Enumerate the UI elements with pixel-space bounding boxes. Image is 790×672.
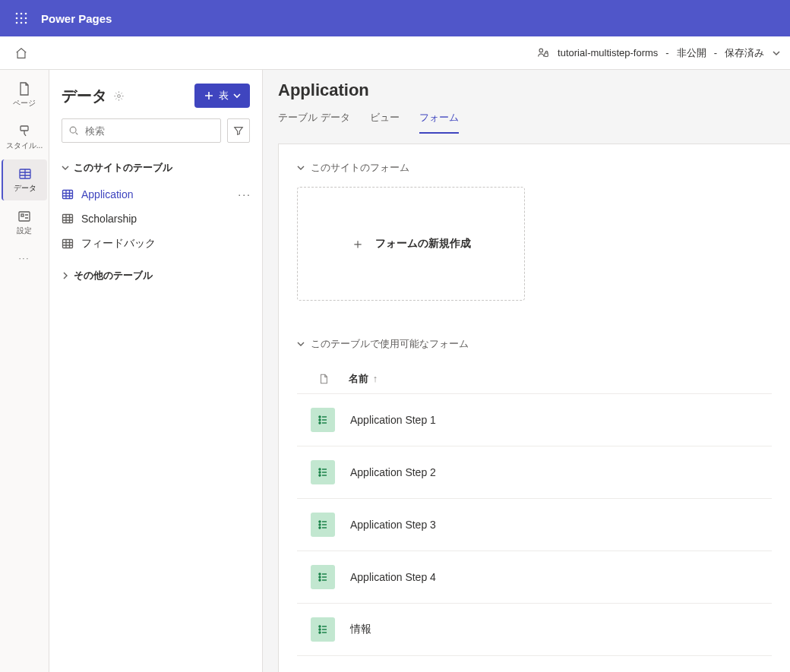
filter-icon bbox=[233, 125, 244, 136]
site-visibility: 非公開 bbox=[677, 46, 706, 60]
form-row[interactable]: Application Step 2 bbox=[297, 446, 772, 499]
svg-point-23 bbox=[319, 469, 321, 470]
svg-point-25 bbox=[319, 475, 321, 476]
filter-button[interactable] bbox=[227, 118, 250, 143]
form-name: 情報 bbox=[350, 623, 371, 636]
form-name: Application Step 2 bbox=[350, 466, 436, 478]
table-label: フィードバック bbox=[81, 237, 156, 251]
form-name: Application Step 4 bbox=[350, 571, 436, 583]
search-input[interactable] bbox=[84, 125, 214, 137]
brand-label: Power Pages bbox=[41, 12, 112, 25]
chevron-down-icon bbox=[62, 164, 69, 172]
table-icon bbox=[62, 238, 74, 250]
page-title: Application bbox=[278, 80, 775, 100]
form-icon bbox=[311, 565, 335, 589]
waffle-icon bbox=[15, 12, 27, 24]
column-name-header[interactable]: 名前 ↑ bbox=[349, 372, 378, 386]
table-label: Scholarship bbox=[81, 213, 137, 225]
table-icon bbox=[62, 213, 74, 225]
svg-rect-10 bbox=[545, 53, 548, 57]
site-tables-header[interactable]: このサイトのテーブル bbox=[49, 153, 262, 182]
svg-rect-13 bbox=[19, 212, 30, 221]
svg-rect-18 bbox=[63, 215, 73, 223]
site-name: tutorial-multistep-forms bbox=[558, 47, 658, 58]
section-site-forms-header[interactable]: このサイトのフォーム bbox=[297, 161, 772, 175]
tab-forms[interactable]: フォーム bbox=[419, 106, 459, 134]
nav-rail: ページ スタイル... データ 設定 ··· bbox=[0, 70, 49, 672]
svg-point-28 bbox=[319, 527, 321, 528]
form-row[interactable]: 情報 bbox=[297, 604, 772, 656]
svg-point-29 bbox=[319, 573, 321, 575]
side-panel: データ 表 このサイトのテーブル Appl bbox=[49, 70, 263, 672]
chevron-right-icon bbox=[62, 272, 69, 279]
document-icon bbox=[318, 374, 329, 384]
svg-point-27 bbox=[319, 524, 321, 525]
rail-settings[interactable]: 設定 bbox=[2, 202, 47, 243]
panel-title: データ bbox=[62, 86, 107, 106]
plus-icon: ＋ bbox=[351, 235, 365, 253]
table-label: Application bbox=[81, 188, 134, 200]
gear-icon[interactable] bbox=[113, 90, 125, 102]
settings-icon bbox=[17, 209, 32, 224]
rail-more[interactable]: ··· bbox=[2, 245, 47, 272]
tab-views[interactable]: ビュー bbox=[370, 106, 400, 134]
app-launcher-button[interactable] bbox=[6, 0, 36, 36]
search-icon bbox=[68, 125, 79, 136]
rail-pages[interactable]: ページ bbox=[2, 74, 47, 115]
brush-icon bbox=[17, 124, 32, 139]
table-item-application[interactable]: Application ··· bbox=[49, 182, 262, 207]
chevron-down-icon bbox=[297, 340, 305, 348]
create-form-card[interactable]: ＋ フォームの新規作成 bbox=[297, 187, 525, 301]
main-area: Application テーブル データ ビュー フォーム このサイトのフォーム… bbox=[263, 70, 790, 672]
svg-point-26 bbox=[319, 521, 321, 522]
svg-point-1 bbox=[21, 13, 23, 15]
table-icon bbox=[62, 188, 74, 200]
svg-point-8 bbox=[25, 22, 27, 24]
svg-point-4 bbox=[21, 17, 23, 20]
svg-point-6 bbox=[16, 22, 18, 24]
tabs: テーブル データ ビュー フォーム bbox=[263, 100, 790, 134]
home-button[interactable] bbox=[9, 46, 33, 60]
svg-point-15 bbox=[118, 94, 121, 97]
svg-point-22 bbox=[319, 422, 321, 424]
save-state: 保存済み bbox=[725, 46, 764, 60]
svg-point-24 bbox=[319, 472, 321, 473]
svg-point-33 bbox=[319, 629, 321, 630]
table-item-scholarship[interactable]: Scholarship bbox=[49, 207, 262, 231]
form-icon bbox=[311, 617, 335, 642]
form-row[interactable]: Application Step 1 bbox=[297, 394, 772, 446]
form-icon bbox=[311, 513, 335, 537]
svg-point-9 bbox=[539, 49, 543, 52]
svg-rect-17 bbox=[63, 191, 73, 199]
site-status-area[interactable]: tutorial-multistep-forms - 非公開 - 保存済み bbox=[536, 46, 781, 60]
svg-point-7 bbox=[21, 22, 23, 24]
form-name: Application Step 1 bbox=[350, 414, 436, 426]
other-tables-header[interactable]: その他のテーブル bbox=[49, 257, 262, 290]
rail-style[interactable]: スタイル... bbox=[2, 117, 47, 158]
new-table-button[interactable]: 表 bbox=[194, 84, 250, 108]
more-button[interactable]: ··· bbox=[238, 188, 251, 200]
content-scroll[interactable]: このサイトのフォーム ＋ フォームの新規作成 このテーブルで使用可能なフォーム … bbox=[278, 144, 790, 672]
form-icon bbox=[311, 408, 335, 432]
rail-data[interactable]: データ bbox=[2, 159, 47, 200]
section-available-forms-header[interactable]: このテーブルで使用可能なフォーム bbox=[297, 337, 772, 351]
sort-asc-icon: ↑ bbox=[373, 373, 378, 384]
table-item-feedback[interactable]: フィードバック bbox=[49, 231, 262, 257]
svg-point-30 bbox=[319, 576, 321, 578]
svg-point-32 bbox=[319, 626, 321, 627]
svg-point-3 bbox=[16, 17, 18, 20]
page-icon bbox=[17, 81, 32, 96]
svg-point-2 bbox=[25, 13, 27, 15]
tab-table-data[interactable]: テーブル データ bbox=[278, 106, 350, 134]
svg-point-0 bbox=[16, 13, 18, 15]
svg-rect-19 bbox=[63, 240, 73, 248]
chevron-down-icon bbox=[297, 164, 305, 172]
form-row[interactable]: Application Step 4 bbox=[297, 551, 772, 604]
top-bar: Power Pages bbox=[0, 0, 790, 36]
search-box[interactable] bbox=[62, 118, 221, 143]
sub-header: tutorial-multistep-forms - 非公開 - 保存済み bbox=[0, 36, 790, 70]
svg-point-31 bbox=[319, 579, 321, 581]
form-row[interactable]: Application Step 3 bbox=[297, 499, 772, 551]
svg-rect-14 bbox=[21, 214, 24, 216]
svg-point-20 bbox=[319, 416, 321, 418]
